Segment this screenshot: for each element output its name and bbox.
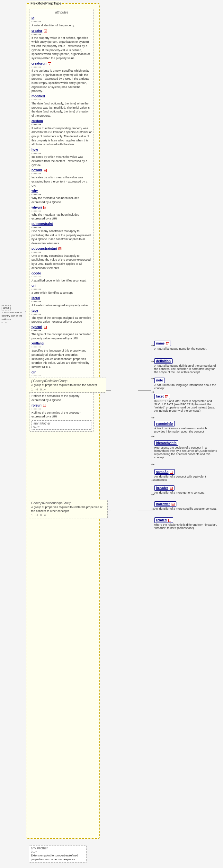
any-other-box: any ##other 0...∞: [31, 420, 92, 430]
attr-why-name: why: [31, 189, 38, 192]
concept-definition-group-brace: {: [31, 379, 32, 383]
attr-type: type ▪▪▪▪▪▪▪▪ The type of the concept as…: [31, 309, 92, 324]
uri-icon-5: U: [59, 247, 61, 250]
attr-pubconstraint: pubconstraint ▪▪▪▪▪▪▪▪ One or many const…: [31, 222, 92, 246]
narrower-label: narrower: [156, 502, 170, 506]
related-desc: where the relationship is different from…: [154, 523, 219, 530]
attr-howuri-name: howuri: [31, 168, 42, 172]
attr-howuri-desc: Indicates by which means the value was e…: [31, 176, 87, 187]
attr-pubconstraint-dots: ▪▪▪▪▪▪▪▪: [31, 226, 92, 229]
area-range: 0...∞: [2, 321, 24, 324]
attr-dir-dots: ▪▪▪▪▪▪▪▪: [31, 374, 92, 377]
attr-creator-name: creator: [31, 29, 42, 32]
remoteinfo-box: remoteInfo: [154, 421, 175, 427]
attr-typeuri-desc: The type of the concept assigned as cont…: [31, 333, 91, 340]
uri-icon-4: U: [43, 206, 46, 209]
bottom-any-other-desc: Extension point for properties/refined p…: [31, 854, 85, 861]
attr-role-desc: Refines the semantics of the property - …: [31, 394, 81, 402]
facet-box: facet U: [154, 394, 170, 399]
hierarchyinfo-label: hierarchyInfo: [156, 441, 177, 445]
attr-why: why ▪▪▪▪▪▪▪▪ Why the metadata has been i…: [31, 189, 92, 204]
attr-how-dots: ▪▪▪▪▪▪▪▪: [31, 152, 92, 155]
bottom-any-other-box: any ##other 0...∞ Extension point for pr…: [29, 845, 87, 863]
attr-literal: literal ▪▪▪▪▪▪▪▪ A free-text value assig…: [31, 296, 92, 308]
attr-modified-name: modified: [31, 94, 45, 98]
uri-icon: U: [44, 30, 47, 32]
facet-uri-icon: U: [165, 395, 168, 398]
sameas-desc: An identifier of a concept with equivale…: [154, 475, 219, 482]
attr-qcode: qcode ▪▪▪▪▪▪▪▪ A qualified code which id…: [31, 272, 92, 283]
attr-custom-name: custom: [31, 119, 43, 123]
concept-definition-group-mult: 1 ⊣ 0...∞: [31, 388, 104, 391]
attr-type-desc: The type of the concept assigned as cont…: [31, 316, 91, 323]
concept-definition-group-desc: A group of properties required to define…: [31, 383, 104, 387]
attr-howuri-dots: ▪▪▪▪▪▪▪▪: [31, 172, 92, 175]
attr-creator-desc: If the property-value is not defined, sp…: [31, 36, 90, 60]
broader-label: broader: [156, 486, 168, 490]
any-other-label: any ##other: [33, 422, 51, 425]
attr-uri-desc: a URI which identifies a concept: [31, 291, 73, 294]
attr-why-dots: ▪▪▪▪▪▪▪▪: [31, 193, 92, 196]
main-box-title: FlexRolePropType: [30, 1, 62, 5]
note-label: note: [156, 378, 163, 382]
narrower-box: narrower U: [154, 501, 177, 507]
attr-roleuri-dots: ▪▪▪▪▪▪▪▪: [31, 407, 92, 410]
attr-roleuri-name: roleuri: [31, 404, 41, 407]
attr-creator: creator U ▪▪▪▪▪▪▪▪ If the property-value…: [31, 29, 92, 60]
attr-modified: modified ▪▪▪▪▪▪▪▪ The date (and, optiona…: [31, 94, 92, 118]
attr-roleuri-desc: Refines the semantics of the property - …: [31, 411, 81, 418]
diagram-container: FlexRolePropType attributes id ▪▪▪▪▪▪▪▪ …: [0, 0, 223, 868]
remoteinfo-label: remoteInfo: [156, 422, 173, 426]
sameas-uri-icon: U: [170, 471, 173, 474]
name-label: name: [156, 342, 164, 345]
attr-custom: custom ▪▪▪▪▪▪▪▪ If set to true the corre…: [31, 119, 92, 147]
uri-icon-7: U: [43, 404, 46, 407]
related-uri-icon: U: [168, 519, 171, 522]
bottom-any-other-range: 0...∞: [31, 850, 85, 853]
area-desc: A subdivision of a country part of the a…: [2, 311, 24, 321]
any-other-range: 0...∞: [33, 425, 90, 428]
attr-xmllang: xmllang ▪▪▪▪▪▪▪▪ Specifies the language …: [31, 342, 92, 369]
hierarchyinfo-desc: Represents the position of a concept in …: [154, 446, 219, 459]
concept-relationships-group-desc: A group of properties required to relate…: [31, 505, 105, 513]
attr-id-name: id: [31, 17, 34, 20]
sameas-label: sameAs: [156, 470, 168, 474]
attr-qcode-name: qcode: [31, 272, 41, 275]
attributes-box-title: attributes: [31, 10, 92, 15]
attr-uri: uri ▪▪▪▪▪▪▪▪ a URI which identifies a co…: [31, 284, 92, 295]
attr-whyuri-desc: Why the metadata has been included - exp…: [31, 213, 81, 220]
area-text: area: [3, 306, 9, 309]
attr-id: id ▪▪▪▪▪▪▪▪ A natural identifier of the …: [31, 17, 92, 28]
remoteinfo-desc: A link to an item or a web resource whic…: [154, 427, 219, 433]
uri-icon-3: U: [44, 169, 46, 172]
broader-box: broader U: [154, 485, 174, 491]
attr-modified-dots: ▪▪▪▪▪▪▪▪: [31, 98, 92, 101]
attr-xmllang-dots: ▪▪▪▪▪▪▪▪: [31, 345, 92, 348]
sameas-box: sameAs U: [154, 469, 175, 475]
area-label-container: area A subdivision of a country part of …: [2, 305, 24, 324]
attr-typeuri: typeuri U ▪▪▪▪▪▪▪▪ The type of the conce…: [31, 325, 92, 340]
attr-how-desc: Indicates by which means the value was e…: [31, 155, 87, 166]
bottom-any-other-label: any ##other: [31, 846, 48, 850]
attr-whyuri-name: whyuri: [31, 206, 42, 209]
broader-uri-icon: U: [170, 487, 172, 490]
definition-desc: A natural language definition of the sem…: [154, 364, 219, 374]
attr-pubconstrainturi-desc: One or many constraints that apply to pu…: [31, 254, 91, 270]
attr-how: how ▪▪▪▪▪▪▪▪ Indicates by which means th…: [31, 148, 92, 167]
attr-uri-dots: ▪▪▪▪▪▪▪▪: [31, 288, 92, 290]
attr-xmllang-name: xmllang: [31, 342, 44, 345]
concept-relationships-group-title: ConceptRelationshipsGroup: [31, 501, 105, 505]
attr-literal-name: literal: [31, 296, 40, 300]
attr-id-desc: A natural identifier of the property.: [31, 24, 74, 27]
attr-literal-dots: ▪▪▪▪▪▪▪▪: [31, 300, 92, 303]
related-box: related U: [154, 517, 173, 523]
definition-box: definition: [154, 358, 172, 364]
concept-definition-group-box: { ConceptDefinitionGroup A group of prop…: [29, 378, 106, 393]
concept-relationships-group-box: ConceptRelationshipsGroup A group of pro…: [29, 500, 108, 518]
note-desc: A natural natural language information a…: [154, 383, 219, 390]
attr-creatoruri-dots: ▪▪▪▪▪▪▪▪: [31, 66, 92, 68]
attr-how-name: how: [31, 148, 38, 151]
attr-whyuri: whyuri U ▪▪▪▪▪▪▪▪ Why the metadata has b…: [31, 206, 92, 221]
attr-custom-desc: If set to true the corresponding propert…: [31, 127, 92, 146]
concept-definition-group-title: { ConceptDefinitionGroup: [31, 379, 104, 383]
